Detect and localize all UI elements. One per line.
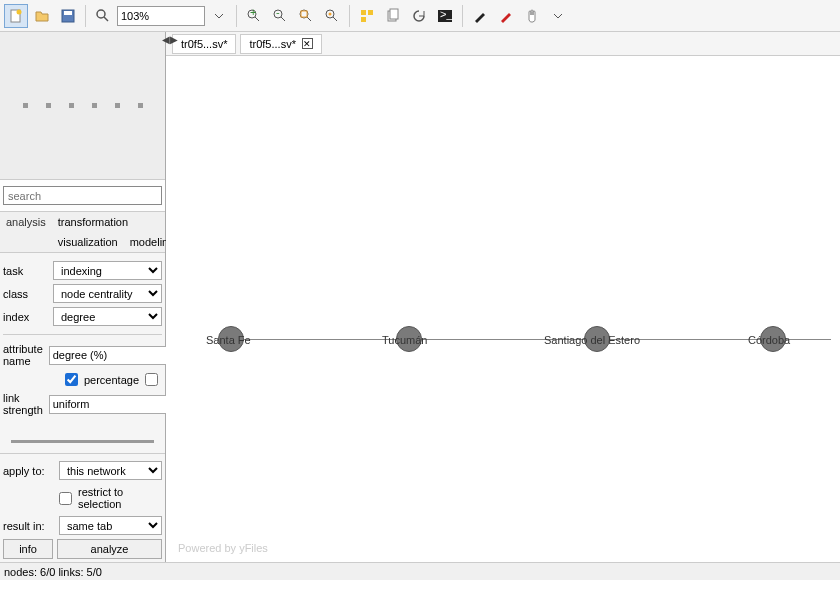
new-file-button[interactable] — [4, 4, 28, 28]
restrict-checkbox[interactable] — [59, 492, 72, 505]
document-tabs: ◀▶ tr0f5...sv* tr0f5...sv* ✕ — [166, 32, 840, 56]
zoom-in-button[interactable]: + — [242, 4, 266, 28]
status-bar: nodes: 6/0 links: 5/0 — [0, 562, 840, 580]
svg-rect-18 — [361, 10, 366, 15]
zoom-tool-button[interactable] — [91, 4, 115, 28]
svg-line-13 — [307, 17, 311, 21]
node-label: Santa Fe — [206, 334, 251, 346]
apply-to-label: apply to: — [3, 465, 53, 477]
status-text: nodes: 6/0 links: 5/0 — [4, 566, 102, 578]
layout-button[interactable] — [355, 4, 379, 28]
analysis-label: analysis — [0, 212, 52, 252]
tab-transformation[interactable]: transformation — [52, 212, 134, 232]
zoom-reset-button[interactable] — [320, 4, 344, 28]
zoom-fit-button[interactable] — [294, 4, 318, 28]
analyze-button[interactable]: analyze — [57, 539, 162, 559]
task-select[interactable]: indexing — [53, 261, 162, 280]
svg-point-4 — [97, 10, 105, 18]
node-label: Santiago del Estero — [544, 334, 640, 346]
percentage-secondary-checkbox[interactable] — [145, 373, 158, 386]
doc-tab-label: tr0f5...sv* — [249, 38, 295, 50]
search-input[interactable] — [3, 186, 162, 205]
svg-rect-19 — [368, 10, 373, 15]
graph-canvas[interactable]: Santa Fe Tucumán Santiago del Estero Cór… — [166, 56, 840, 562]
svg-rect-20 — [361, 17, 366, 22]
copy-button[interactable] — [381, 4, 405, 28]
svg-text:+: + — [250, 8, 256, 18]
overview-panel — [0, 32, 165, 180]
close-icon[interactable]: ✕ — [302, 38, 313, 49]
doc-tab-1[interactable]: tr0f5...sv* — [172, 34, 236, 54]
zoom-level-input[interactable] — [117, 6, 205, 26]
doc-tab-2[interactable]: tr0f5...sv* ✕ — [240, 34, 321, 54]
content-area: ◀▶ tr0f5...sv* tr0f5...sv* ✕ Santa Fe Tu… — [166, 32, 840, 562]
result-in-label: result in: — [3, 520, 53, 532]
info-button[interactable]: info — [3, 539, 53, 559]
svg-line-10 — [281, 17, 285, 21]
zoom-out-button[interactable]: - — [268, 4, 292, 28]
doc-tab-label: tr0f5...sv* — [181, 38, 227, 50]
attribute-name-label: attribute name — [3, 343, 43, 367]
scrollbar-handle[interactable] — [11, 440, 154, 443]
svg-text:-: - — [276, 8, 280, 18]
panel-resizer-icon[interactable]: ◀▶ — [162, 34, 178, 45]
class-label: class — [3, 288, 47, 300]
svg-text:>_: >_ — [440, 8, 453, 20]
svg-point-1 — [17, 9, 22, 14]
index-select[interactable]: degree — [53, 307, 162, 326]
apply-to-select[interactable]: this network — [59, 461, 162, 480]
index-label: index — [3, 311, 47, 323]
restrict-label: restrict to selection — [78, 486, 158, 510]
task-label: task — [3, 265, 47, 277]
open-file-button[interactable] — [30, 4, 54, 28]
result-in-select[interactable]: same tab — [59, 516, 162, 535]
graph-edge — [231, 339, 831, 340]
svg-rect-14 — [301, 11, 307, 17]
class-select[interactable]: node centrality — [53, 284, 162, 303]
refresh-button[interactable] — [407, 4, 431, 28]
save-button[interactable] — [56, 4, 80, 28]
zoom-dropdown-button[interactable] — [207, 4, 231, 28]
svg-line-5 — [104, 17, 108, 21]
hand-tool-button[interactable] — [520, 4, 544, 28]
mode-tabs: analysis transformation visualization mo… — [0, 211, 165, 253]
console-button[interactable]: >_ — [433, 4, 457, 28]
node-label: Córdoba — [748, 334, 790, 346]
more-button[interactable] — [546, 4, 570, 28]
sidebar-panel: analysis transformation visualization mo… — [0, 32, 166, 562]
tab-visualization[interactable]: visualization — [52, 232, 124, 252]
main-toolbar: + - >_ — [0, 0, 840, 32]
svg-rect-3 — [64, 11, 72, 15]
link-strength-label: link strength — [3, 392, 43, 416]
svg-line-16 — [333, 17, 337, 21]
watermark-text: Powered by yFiles — [178, 542, 268, 554]
percentage-checkbox[interactable] — [65, 373, 78, 386]
percentage-label: percentage — [84, 374, 139, 386]
svg-rect-22 — [390, 9, 398, 19]
svg-point-17 — [329, 12, 332, 15]
pen-black-button[interactable] — [468, 4, 492, 28]
node-label: Tucumán — [382, 334, 427, 346]
pen-red-button[interactable] — [494, 4, 518, 28]
